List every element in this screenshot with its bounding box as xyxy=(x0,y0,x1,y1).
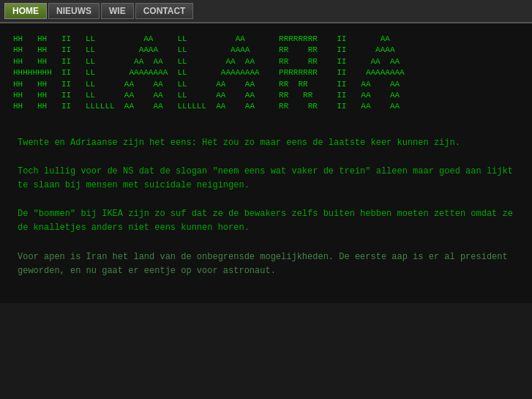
nav-wie[interactable]: WIE xyxy=(101,3,134,19)
ascii-art: HH HH II LL AA LL AA RRRRRRRR II AA HH H… xyxy=(6,29,526,120)
article-3: Voor apen is Iran het land van de onbegr… xyxy=(13,250,519,278)
nav-home[interactable]: HOME xyxy=(4,3,47,19)
article-text-1: Toch lullig voor de NS dat de slogan "ne… xyxy=(18,165,514,193)
article-1: Toch lullig voor de NS dat de slogan "ne… xyxy=(13,165,519,193)
navbar: HOME NIEUWS WIE CONTACT xyxy=(0,0,532,23)
articles-container: Twente en Adriaanse zijn het eens: Het z… xyxy=(6,120,526,297)
article-text-3: Voor apen is Iran het land van de onbegr… xyxy=(18,250,514,278)
article-text-0: Twente en Adriaanse zijn het eens: Het z… xyxy=(18,136,514,150)
article-0: Twente en Adriaanse zijn het eens: Het z… xyxy=(13,136,519,150)
nav-nieuws[interactable]: NIEUWS xyxy=(48,3,100,19)
main-content: HH HH II LL AA LL AA RRRRRRRR II AA HH H… xyxy=(0,23,532,303)
nav-contact[interactable]: CONTACT xyxy=(135,3,194,19)
article-text-2: De "bommen" bij IKEA zijn zo suf dat ze … xyxy=(18,207,514,235)
article-2: De "bommen" bij IKEA zijn zo suf dat ze … xyxy=(13,207,519,235)
